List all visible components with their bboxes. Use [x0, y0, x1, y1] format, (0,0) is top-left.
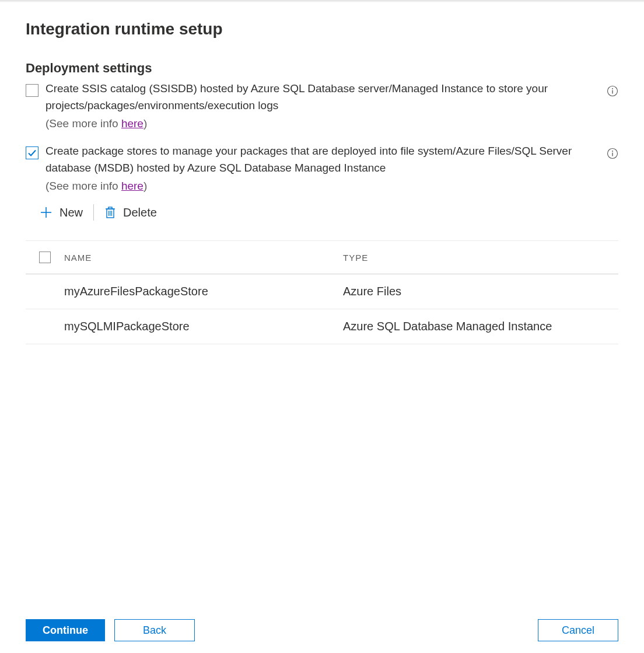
delete-label: Delete — [123, 206, 157, 219]
see-more-prefix-2: (See more info — [46, 180, 121, 192]
continue-button[interactable]: Continue — [26, 619, 105, 641]
package-store-toolbar: New Delete — [40, 204, 597, 221]
table-row[interactable]: myAzureFilesPackageStore Azure Files — [26, 274, 618, 309]
row-type: Azure SQL Database Managed Instance — [343, 320, 618, 333]
option-ssis-catalog: Create SSIS catalog (SSISDB) hosted by A… — [26, 81, 618, 130]
svg-rect-10 — [108, 207, 112, 209]
see-more-ssis: (See more info here) — [46, 117, 597, 130]
svg-rect-2 — [612, 90, 612, 94]
page-title: Integration runtime setup — [26, 20, 618, 39]
info-icon[interactable] — [607, 85, 618, 97]
column-header-name[interactable]: NAME — [64, 253, 343, 263]
cancel-button[interactable]: Cancel — [538, 619, 618, 641]
new-button[interactable]: New — [40, 206, 83, 219]
svg-rect-13 — [612, 153, 612, 156]
delete-button[interactable]: Delete — [104, 206, 157, 219]
see-more-prefix: (See more info — [46, 117, 121, 130]
table-row[interactable]: mySQLMIPackageStore Azure SQL Database M… — [26, 309, 618, 344]
toolbar-divider — [93, 204, 94, 221]
see-more-suffix: ) — [144, 117, 147, 130]
option-ssis-catalog-text: Create SSIS catalog (SSISDB) hosted by A… — [46, 81, 597, 114]
svg-point-1 — [612, 88, 613, 89]
info-icon[interactable] — [607, 148, 618, 159]
plus-icon — [40, 206, 52, 219]
row-name: mySQLMIPackageStore — [64, 320, 343, 333]
section-title: Deployment settings — [26, 61, 618, 76]
see-more-suffix-2: ) — [144, 180, 147, 192]
checkbox-ssis-catalog[interactable] — [26, 84, 38, 97]
row-name: myAzureFilesPackageStore — [64, 285, 343, 298]
trash-icon — [104, 206, 116, 219]
new-label: New — [60, 206, 83, 219]
see-more-pkg: (See more info here) — [46, 180, 597, 193]
option-package-stores-text: Create package stores to manage your pac… — [46, 143, 597, 176]
select-all-checkbox[interactable] — [39, 252, 51, 263]
checkbox-package-stores[interactable] — [26, 146, 38, 159]
package-store-grid: NAME TYPE myAzureFilesPackageStore Azure… — [26, 240, 618, 344]
row-type: Azure Files — [343, 285, 618, 298]
footer: Continue Back Cancel — [0, 619, 644, 641]
see-more-link-ssis[interactable]: here — [121, 117, 144, 130]
column-header-type[interactable]: TYPE — [343, 253, 618, 263]
see-more-link-pkg[interactable]: here — [121, 180, 144, 192]
option-package-stores: Create package stores to manage your pac… — [26, 143, 618, 231]
svg-point-12 — [612, 151, 613, 152]
grid-header: NAME TYPE — [26, 240, 618, 274]
back-button[interactable]: Back — [114, 619, 195, 641]
